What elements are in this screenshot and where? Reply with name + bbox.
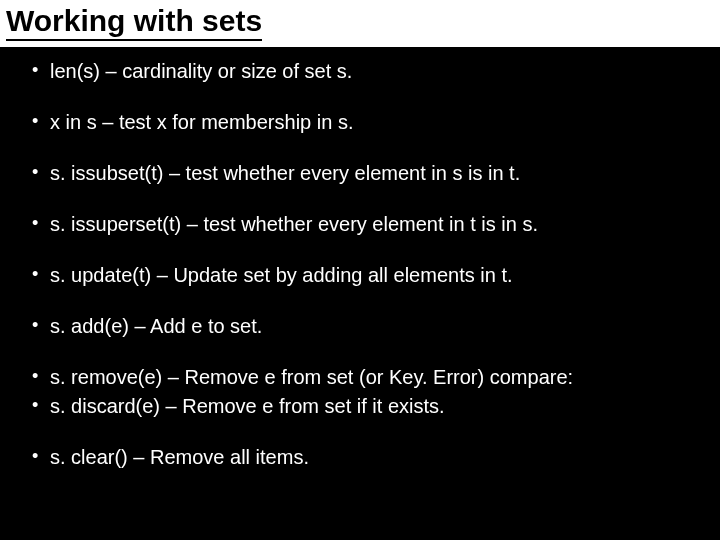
slide-title: Working with sets (6, 4, 262, 41)
bullet-text: s. update(t) – Update set by adding all … (50, 263, 688, 288)
bullet-icon: • (32, 59, 50, 82)
list-item: • len(s) – cardinality or size of set s. (32, 59, 688, 84)
bullet-text: s. add(e) – Add e to set. (50, 314, 688, 339)
list-item: • s. clear() – Remove all items. (32, 445, 688, 470)
bullet-text: len(s) – cardinality or size of set s. (50, 59, 688, 84)
list-item: • s. issubset(t) – test whether every el… (32, 161, 688, 186)
slide: Working with sets • len(s) – cardinality… (0, 0, 720, 540)
bullet-icon: • (32, 212, 50, 235)
bullet-icon: • (32, 314, 50, 337)
list-item: • s. discard(e) – Remove e from set if i… (32, 394, 688, 419)
bullet-icon: • (32, 365, 50, 388)
bullet-icon: • (32, 161, 50, 184)
bullet-text: s. remove(e) – Remove e from set (or Key… (50, 365, 688, 390)
list-item: • x in s – test x for membership in s. (32, 110, 688, 135)
list-item: • s. add(e) – Add e to set. (32, 314, 688, 339)
list-item: • s. issuperset(t) – test whether every … (32, 212, 688, 237)
bullet-icon: • (32, 394, 50, 417)
bullet-icon: • (32, 110, 50, 133)
bullet-text: s. clear() – Remove all items. (50, 445, 688, 470)
list-item: • s. remove(e) – Remove e from set (or K… (32, 365, 688, 390)
bullet-text: s. issubset(t) – test whether every elem… (50, 161, 688, 186)
title-bar: Working with sets (0, 0, 720, 47)
bullet-text: s. discard(e) – Remove e from set if it … (50, 394, 688, 419)
bullet-icon: • (32, 445, 50, 468)
list-item: • s. update(t) – Update set by adding al… (32, 263, 688, 288)
bullet-icon: • (32, 263, 50, 286)
bullet-text: x in s – test x for membership in s. (50, 110, 688, 135)
slide-content: • len(s) – cardinality or size of set s.… (0, 47, 720, 470)
bullet-text: s. issuperset(t) – test whether every el… (50, 212, 688, 237)
